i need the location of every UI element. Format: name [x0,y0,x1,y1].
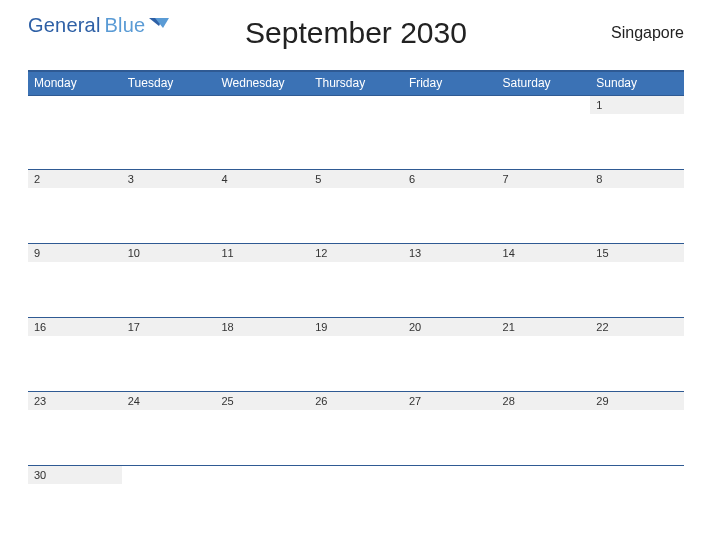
day-cell: 9 [28,244,122,317]
calendar-page: General Blue September 2030 Singapore Mo… [0,0,712,539]
week-row: 2345678 [28,169,684,243]
dow-wed: Wednesday [215,72,309,95]
day-cell: 19 [309,318,403,391]
day-number: 11 [215,244,309,262]
day-number: 22 [590,318,684,336]
dow-fri: Friday [403,72,497,95]
dow-tue: Tuesday [122,72,216,95]
day-number [309,466,403,484]
day-number: 25 [215,392,309,410]
day-cell: 17 [122,318,216,391]
week-row: 16171819202122 [28,317,684,391]
day-of-week-row: Monday Tuesday Wednesday Thursday Friday… [28,70,684,95]
day-number: 20 [403,318,497,336]
day-number [28,96,122,114]
day-cell [215,466,309,539]
day-number: 28 [497,392,591,410]
day-cell: 11 [215,244,309,317]
dow-thu: Thursday [309,72,403,95]
day-number: 26 [309,392,403,410]
day-cell: 25 [215,392,309,465]
day-number [590,466,684,484]
day-number [309,96,403,114]
day-cell [497,96,591,169]
day-cell [309,96,403,169]
day-number: 27 [403,392,497,410]
day-number: 9 [28,244,122,262]
day-cell: 20 [403,318,497,391]
day-number: 24 [122,392,216,410]
day-cell: 2 [28,170,122,243]
calendar: Monday Tuesday Wednesday Thursday Friday… [28,70,684,539]
dow-sat: Saturday [497,72,591,95]
day-number: 19 [309,318,403,336]
day-cell: 27 [403,392,497,465]
day-cell: 5 [309,170,403,243]
dow-mon: Monday [28,72,122,95]
day-number [215,96,309,114]
dow-sun: Sunday [590,72,684,95]
day-cell: 16 [28,318,122,391]
day-number [122,96,216,114]
day-cell: 7 [497,170,591,243]
day-cell: 6 [403,170,497,243]
day-cell [215,96,309,169]
day-number: 14 [497,244,591,262]
day-number: 2 [28,170,122,188]
day-cell: 15 [590,244,684,317]
day-cell: 26 [309,392,403,465]
day-number: 1 [590,96,684,114]
page-title: September 2030 [28,16,684,50]
day-number [497,466,591,484]
day-cell: 21 [497,318,591,391]
day-number [403,96,497,114]
day-number [122,466,216,484]
day-number: 12 [309,244,403,262]
day-cell [122,96,216,169]
day-cell [403,96,497,169]
day-number: 15 [590,244,684,262]
week-row: 23242526272829 [28,391,684,465]
week-row: 30 [28,465,684,539]
day-number: 5 [309,170,403,188]
week-row: 9101112131415 [28,243,684,317]
day-number: 23 [28,392,122,410]
day-number: 3 [122,170,216,188]
day-cell: 4 [215,170,309,243]
day-cell: 18 [215,318,309,391]
day-cell: 23 [28,392,122,465]
day-cell: 12 [309,244,403,317]
day-cell [497,466,591,539]
day-cell: 24 [122,392,216,465]
day-cell [590,466,684,539]
day-number: 4 [215,170,309,188]
day-number: 18 [215,318,309,336]
header: General Blue September 2030 Singapore [28,18,684,66]
day-cell: 3 [122,170,216,243]
day-cell [403,466,497,539]
locale-label: Singapore [611,24,684,42]
day-number: 13 [403,244,497,262]
day-cell [309,466,403,539]
day-number: 30 [28,466,122,484]
day-number [403,466,497,484]
day-cell: 14 [497,244,591,317]
day-number [497,96,591,114]
day-number: 8 [590,170,684,188]
day-cell: 29 [590,392,684,465]
day-cell: 28 [497,392,591,465]
day-cell: 30 [28,466,122,539]
day-cell: 8 [590,170,684,243]
day-cell: 1 [590,96,684,169]
day-number: 10 [122,244,216,262]
week-row: 1 [28,95,684,169]
day-number: 6 [403,170,497,188]
weeks-container: 1234567891011121314151617181920212223242… [28,95,684,539]
day-number: 17 [122,318,216,336]
day-number: 29 [590,392,684,410]
day-cell: 13 [403,244,497,317]
day-number [215,466,309,484]
day-cell: 22 [590,318,684,391]
day-cell [28,96,122,169]
day-number: 21 [497,318,591,336]
